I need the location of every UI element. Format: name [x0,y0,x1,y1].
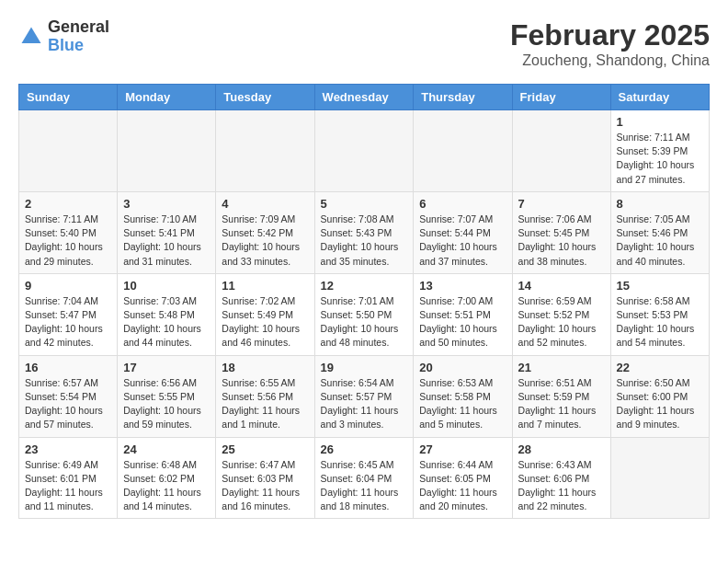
day-info: Sunrise: 7:07 AM Sunset: 5:44 PM Dayligh… [419,213,506,269]
calendar-cell: 13Sunrise: 7:00 AM Sunset: 5:51 PM Dayli… [414,273,512,355]
day-info: Sunrise: 6:49 AM Sunset: 6:01 PM Dayligh… [25,458,111,514]
day-info: Sunrise: 7:01 AM Sunset: 5:50 PM Dayligh… [321,294,408,350]
calendar-cell: 7Sunrise: 7:06 AM Sunset: 5:45 PM Daylig… [512,191,610,273]
weekday-row: SundayMondayTuesdayWednesdayThursdayFrid… [19,85,710,110]
calendar-cell: 5Sunrise: 7:08 AM Sunset: 5:43 PM Daylig… [314,191,414,273]
calendar-table: SundayMondayTuesdayWednesdayThursdayFrid… [18,84,710,519]
calendar-cell [512,110,610,192]
week-row: 9Sunrise: 7:04 AM Sunset: 5:47 PM Daylig… [19,273,710,355]
day-number: 14 [518,279,605,293]
calendar-cell: 16Sunrise: 6:57 AM Sunset: 5:54 PM Dayli… [19,355,118,437]
calendar-cell: 17Sunrise: 6:56 AM Sunset: 5:55 PM Dayli… [118,355,216,437]
day-info: Sunrise: 7:08 AM Sunset: 5:43 PM Dayligh… [321,213,408,269]
day-info: Sunrise: 6:48 AM Sunset: 6:02 PM Dayligh… [123,458,210,514]
week-row: 2Sunrise: 7:11 AM Sunset: 5:40 PM Daylig… [19,191,710,273]
day-info: Sunrise: 6:56 AM Sunset: 5:55 PM Dayligh… [123,376,210,432]
logo: General Blue [18,18,109,55]
calendar-cell: 1Sunrise: 7:11 AM Sunset: 5:39 PM Daylig… [610,110,709,192]
calendar-cell: 26Sunrise: 6:45 AM Sunset: 6:04 PM Dayli… [314,437,414,519]
calendar-cell: 21Sunrise: 6:51 AM Sunset: 5:59 PM Dayli… [512,355,610,437]
weekday-header: Monday [118,85,216,110]
week-row: 23Sunrise: 6:49 AM Sunset: 6:01 PM Dayli… [19,437,710,519]
day-number: 18 [222,361,308,374]
week-row: 1Sunrise: 7:11 AM Sunset: 5:39 PM Daylig… [19,110,710,192]
calendar-cell: 24Sunrise: 6:48 AM Sunset: 6:02 PM Dayli… [118,437,216,519]
day-number: 21 [518,361,605,374]
calendar-cell: 12Sunrise: 7:01 AM Sunset: 5:50 PM Dayli… [314,273,414,355]
day-info: Sunrise: 6:51 AM Sunset: 5:59 PM Dayligh… [518,376,605,432]
logo-text: General Blue [48,18,109,55]
calendar-cell [216,110,314,192]
day-number: 13 [419,279,506,293]
calendar-cell [118,110,216,192]
calendar-cell: 3Sunrise: 7:10 AM Sunset: 5:41 PM Daylig… [118,191,216,273]
day-info: Sunrise: 6:58 AM Sunset: 5:53 PM Dayligh… [617,294,703,350]
day-info: Sunrise: 6:43 AM Sunset: 6:06 PM Dayligh… [518,458,605,514]
day-info: Sunrise: 6:59 AM Sunset: 5:52 PM Dayligh… [518,294,605,350]
day-number: 5 [321,197,408,211]
day-number: 25 [222,442,308,456]
day-number: 1 [617,115,703,129]
calendar-cell: 10Sunrise: 7:03 AM Sunset: 5:48 PM Dayli… [118,273,216,355]
weekday-header: Wednesday [314,85,414,110]
day-info: Sunrise: 6:57 AM Sunset: 5:54 PM Dayligh… [25,376,111,432]
day-info: Sunrise: 6:53 AM Sunset: 5:58 PM Dayligh… [419,376,506,432]
calendar-cell [19,110,118,192]
day-number: 15 [617,279,703,293]
calendar-body: 1Sunrise: 7:11 AM Sunset: 5:39 PM Daylig… [19,110,710,519]
calendar-cell: 19Sunrise: 6:54 AM Sunset: 5:57 PM Dayli… [314,355,414,437]
calendar-cell: 27Sunrise: 6:44 AM Sunset: 6:05 PM Dayli… [414,437,512,519]
day-number: 7 [518,197,605,211]
calendar-cell: 20Sunrise: 6:53 AM Sunset: 5:58 PM Dayli… [414,355,512,437]
calendar-cell: 15Sunrise: 6:58 AM Sunset: 5:53 PM Dayli… [610,273,709,355]
day-info: Sunrise: 7:04 AM Sunset: 5:47 PM Dayligh… [25,294,111,350]
weekday-header: Saturday [610,85,709,110]
day-number: 19 [321,361,408,374]
weekday-header: Thursday [414,85,512,110]
day-info: Sunrise: 6:45 AM Sunset: 6:04 PM Dayligh… [321,458,408,514]
calendar-cell: 28Sunrise: 6:43 AM Sunset: 6:06 PM Dayli… [512,437,610,519]
calendar-cell: 22Sunrise: 6:50 AM Sunset: 6:00 PM Dayli… [610,355,709,437]
calendar-title: February 2025 [510,18,710,52]
calendar-cell: 14Sunrise: 6:59 AM Sunset: 5:52 PM Dayli… [512,273,610,355]
day-number: 12 [321,279,408,293]
day-number: 26 [321,442,408,456]
day-info: Sunrise: 7:02 AM Sunset: 5:49 PM Dayligh… [222,294,308,350]
calendar-subtitle: Zoucheng, Shandong, China [510,52,710,69]
calendar-cell [610,437,709,519]
calendar-cell [314,110,414,192]
day-number: 20 [419,361,506,374]
day-number: 3 [123,197,210,211]
day-info: Sunrise: 6:47 AM Sunset: 6:03 PM Dayligh… [222,458,308,514]
day-info: Sunrise: 7:03 AM Sunset: 5:48 PM Dayligh… [123,294,210,350]
logo-blue: Blue [48,37,109,55]
day-number: 11 [222,279,308,293]
calendar-cell: 11Sunrise: 7:02 AM Sunset: 5:49 PM Dayli… [216,273,314,355]
day-number: 10 [123,279,210,293]
day-info: Sunrise: 6:55 AM Sunset: 5:56 PM Dayligh… [222,376,308,432]
day-info: Sunrise: 7:11 AM Sunset: 5:40 PM Dayligh… [25,213,111,269]
day-info: Sunrise: 7:10 AM Sunset: 5:41 PM Dayligh… [123,213,210,269]
day-info: Sunrise: 7:09 AM Sunset: 5:42 PM Dayligh… [222,213,308,269]
day-number: 6 [419,197,506,211]
day-number: 27 [419,442,506,456]
logo-icon [18,24,44,50]
calendar-cell: 9Sunrise: 7:04 AM Sunset: 5:47 PM Daylig… [19,273,118,355]
day-info: Sunrise: 7:05 AM Sunset: 5:46 PM Dayligh… [617,213,703,269]
calendar-header: SundayMondayTuesdayWednesdayThursdayFrid… [19,85,710,110]
week-row: 16Sunrise: 6:57 AM Sunset: 5:54 PM Dayli… [19,355,710,437]
day-number: 8 [617,197,703,211]
calendar-cell: 4Sunrise: 7:09 AM Sunset: 5:42 PM Daylig… [216,191,314,273]
day-info: Sunrise: 6:50 AM Sunset: 6:00 PM Dayligh… [617,376,703,432]
calendar-cell: 2Sunrise: 7:11 AM Sunset: 5:40 PM Daylig… [19,191,118,273]
weekday-header: Tuesday [216,85,314,110]
calendar-cell: 8Sunrise: 7:05 AM Sunset: 5:46 PM Daylig… [610,191,709,273]
day-info: Sunrise: 7:06 AM Sunset: 5:45 PM Dayligh… [518,213,605,269]
day-info: Sunrise: 6:54 AM Sunset: 5:57 PM Dayligh… [321,376,408,432]
page-header: General Blue February 2025 Zoucheng, Sha… [18,18,710,69]
calendar-cell [414,110,512,192]
day-number: 24 [123,442,210,456]
day-info: Sunrise: 6:44 AM Sunset: 6:05 PM Dayligh… [419,458,506,514]
day-number: 4 [222,197,308,211]
calendar-cell: 25Sunrise: 6:47 AM Sunset: 6:03 PM Dayli… [216,437,314,519]
